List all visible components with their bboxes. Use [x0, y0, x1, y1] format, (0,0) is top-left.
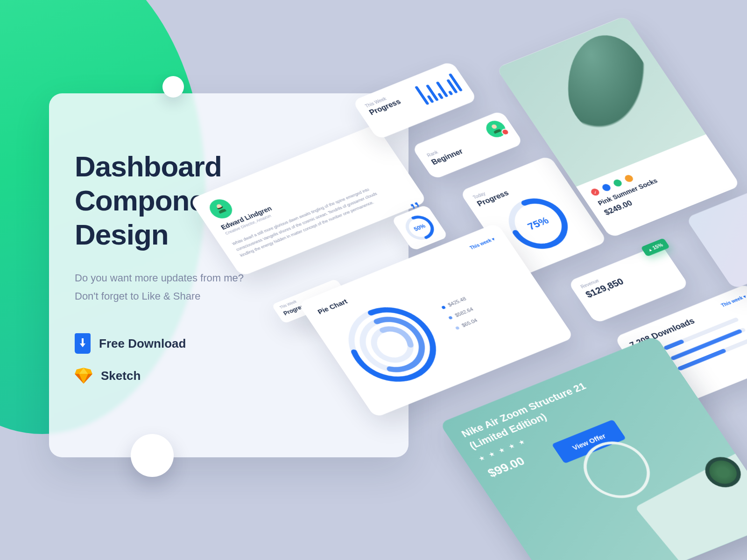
sketch-icon: [75, 368, 92, 384]
testimonial-card: Edward Lindgren Creative Director, Amazo…: [189, 124, 427, 276]
sparkline-bars: [415, 72, 463, 105]
revenue-card[interactable]: 15% Revenue $129,850: [568, 244, 690, 324]
value: 473: [742, 309, 747, 319]
download-icon: [75, 333, 91, 354]
component-showcase: Edward Lindgren Creative Director, Amazo…: [139, 0, 747, 560]
swatch[interactable]: [612, 178, 623, 188]
legend-item: $65.04: [454, 316, 481, 331]
legend-item: $425.48: [440, 296, 467, 310]
svg-point-6: [491, 124, 498, 129]
quote-icon: ,,: [408, 199, 416, 203]
swatch-selected[interactable]: [590, 188, 601, 197]
download-label: Free Download: [99, 336, 186, 351]
offer-photo: [546, 388, 747, 560]
decorative-dot: [162, 76, 184, 98]
swatch[interactable]: [601, 183, 612, 192]
legend-item: $582.64: [447, 306, 474, 321]
avatar: [205, 196, 236, 222]
hero-title-line: Design: [75, 218, 169, 251]
decorative-dot: [131, 434, 174, 477]
avatar: [483, 118, 509, 140]
sketch-label: Sketch: [101, 369, 141, 383]
swatch[interactable]: [623, 174, 634, 183]
pie-legend: $425.48 $582.64 $65.04: [440, 296, 485, 336]
rank-card[interactable]: Rank Beginner: [411, 110, 524, 180]
